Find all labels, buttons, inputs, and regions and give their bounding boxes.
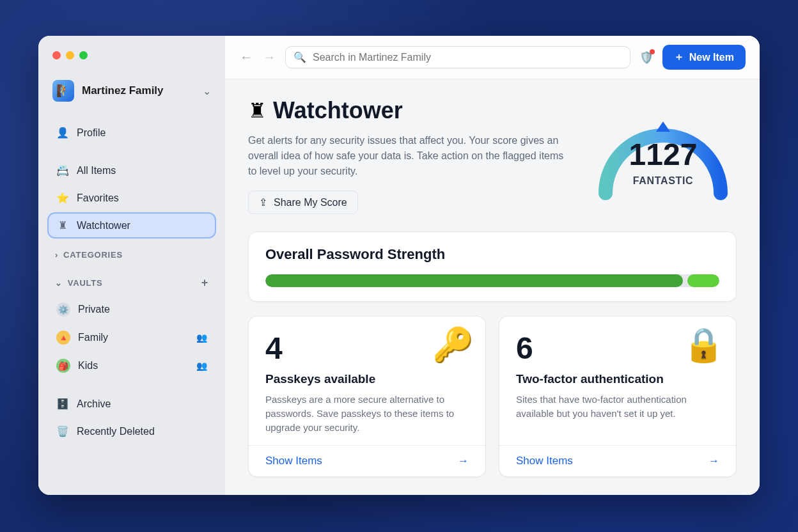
score-value: 1127 [590,137,737,172]
sidebar-item-label: Watchtower [77,220,130,231]
sidebar-item-favorites[interactable]: ⭐ Favorites [49,186,215,210]
search-input[interactable] [313,52,622,63]
watchtower-hero-icon: ♜ [248,98,267,123]
vault-item-private[interactable]: ⚙️ Private [49,297,215,322]
trash-icon: 🗑️ [56,425,69,437]
vault-label: Private [78,304,207,315]
star-icon: ⭐ [56,192,69,204]
twofactor-card: 🔒 6 Two-factor authentication Sites that… [499,316,737,477]
share-label: Share My Score [274,197,347,208]
watchtower-icon: ♜ [56,219,69,231]
strength-segment-strong [265,274,683,287]
app-window: 🧗 Martinez Family ⌄ 👤 Profile 📇 All Item… [38,36,760,495]
sidebar-item-label: Recently Deleted [77,426,155,437]
account-switcher[interactable]: 🧗 Martinez Family ⌄ [49,75,215,107]
watchtower-hero: ♜ Watchtower Get alerts for any security… [248,97,737,215]
vault-icon: ⚙️ [56,302,70,317]
vault-item-family[interactable]: 🔺 Family 👥 [49,325,215,350]
new-item-label: New Item [689,52,734,63]
vault-icon: 🔺 [56,331,70,345]
passkey-icon: 🔑 [432,325,474,364]
twofactor-desc: Sites that have two-factor authenticatio… [516,393,719,435]
all-items-icon: 📇 [56,164,69,176]
twofactor-show-items-button[interactable]: Show Items → [499,445,736,476]
sidebar-item-archive[interactable]: 🗄️ Archive [49,392,215,416]
shared-icon: 👥 [196,332,207,343]
minimize-window-button[interactable] [66,51,74,59]
arrow-right-icon: → [708,455,719,467]
cta-label: Show Items [265,455,322,467]
content-area: ♜ Watchtower Get alerts for any security… [225,79,760,495]
search-field[interactable]: 🔍 [285,46,630,68]
password-strength-card: Overall Password Strength [248,231,737,302]
notifications-button[interactable]: 🛡️ [639,51,653,65]
categories-section-header[interactable]: › CATEGORIES [49,241,215,263]
vault-label: Family [78,332,189,343]
account-avatar: 🧗 [52,80,74,102]
topbar: ← → 🔍 🛡️ ＋ New Item [225,36,760,79]
sidebar-item-watchtower[interactable]: ♜ Watchtower [49,214,215,237]
score-rating: FANTASTIC [590,175,737,187]
passkeys-card: 🔑 4 Passkeys available Passkeys are a mo… [248,316,486,477]
sidebar-item-recently-deleted[interactable]: 🗑️ Recently Deleted [49,419,215,443]
main-panel: ← → 🔍 🛡️ ＋ New Item ♜ Watchtower Get ale… [225,36,760,495]
new-item-button[interactable]: ＋ New Item [662,45,746,70]
archive-icon: 🗄️ [56,398,69,410]
sidebar-item-label: All Items [77,165,116,176]
account-name: Martinez Family [82,84,195,97]
window-controls [49,49,215,71]
sidebar: 🧗 Martinez Family ⌄ 👤 Profile 📇 All Item… [38,36,225,495]
sidebar-item-label: Favorites [77,192,119,204]
share-score-button[interactable]: ⇪ Share My Score [248,191,358,214]
page-description: Get alerts for any security issues that … [248,133,569,179]
arrow-right-icon: → [458,455,469,467]
vault-icon: 🎒 [56,359,70,373]
sidebar-item-label: Profile [77,127,106,139]
section-title: VAULTS [68,278,103,288]
vaults-section-header[interactable]: ⌄ VAULTS + [49,267,215,293]
chevron-down-icon: ⌄ [203,85,211,97]
strength-title: Overall Password Strength [265,246,719,263]
passkeys-show-items-button[interactable]: Show Items → [249,445,485,476]
lock-wifi-icon: 🔒 [683,325,724,364]
sidebar-item-label: Archive [77,398,111,410]
section-title: CATEGORIES [63,250,123,260]
nav-forward-button[interactable]: → [262,50,276,65]
plus-icon: ＋ [674,51,684,64]
chevron-right-icon: › [55,250,58,260]
sidebar-item-profile[interactable]: 👤 Profile [49,121,215,145]
add-vault-button[interactable]: + [201,276,208,290]
cta-label: Show Items [516,455,573,467]
nav-back-button[interactable]: ← [239,50,253,65]
shared-icon: 👥 [196,361,207,371]
strength-bar [265,274,719,287]
vault-label: Kids [78,360,189,372]
close-window-button[interactable] [52,51,61,59]
svg-marker-0 [656,121,670,132]
chevron-down-icon: ⌄ [55,278,63,288]
vault-item-kids[interactable]: 🎒 Kids 👥 [49,354,215,378]
share-icon: ⇪ [259,196,267,208]
profile-icon: 👤 [56,127,69,139]
sidebar-item-all-items[interactable]: 📇 All Items [49,159,215,182]
fullscreen-window-button[interactable] [79,51,88,59]
search-icon: 🔍 [293,51,306,63]
twofactor-title: Two-factor authentication [516,372,719,386]
score-gauge: 1127 FANTASTIC [590,97,737,215]
passkeys-desc: Passkeys are a more secure alternative t… [265,393,469,435]
page-title: Watchtower [273,97,403,124]
passkeys-title: Passkeys available [265,372,469,386]
strength-segment-fair [687,274,719,287]
